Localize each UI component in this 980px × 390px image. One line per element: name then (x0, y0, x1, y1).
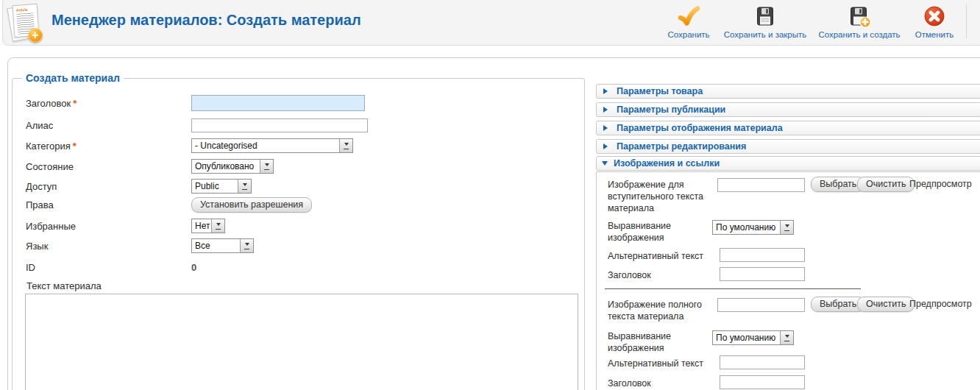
chevron-right-icon (603, 88, 611, 94)
category-select[interactable]: - Uncategorised (191, 138, 353, 153)
article-form-fieldset: Создать материал Заголовок* Алиас Катего… (12, 78, 585, 390)
panel-display-options-label: Параметры отображения материала (617, 123, 783, 133)
article-manager-screen: Article + Менеджер материалов: Создать м… (0, 0, 980, 390)
title-label: Заголовок* (26, 98, 191, 109)
save-button-label: Сохранить (667, 30, 709, 39)
title-input[interactable] (191, 95, 365, 111)
state-select-value: Опубликовано (192, 160, 257, 173)
intro-image-label: Изображение для вступительного текста ма… (608, 179, 720, 214)
help-button[interactable]: Справка (974, 3, 980, 40)
toolbar: Сохранить Сохранить и закрыть (660, 3, 980, 40)
dropdown-arrow-icon (238, 180, 251, 193)
chevron-right-icon (603, 107, 611, 113)
state-row: Состояние Опубликовано (26, 158, 274, 174)
category-label: Категория* (26, 141, 191, 152)
dropdown-arrow-icon (211, 219, 224, 233)
required-asterisk: * (73, 98, 77, 109)
panel-images-links-label: Изображения и ссылки (614, 158, 720, 169)
panel-product-options-label: Параметры товара (617, 86, 703, 96)
panel-display-options[interactable]: Параметры отображения материала (596, 121, 980, 135)
required-asterisk: * (73, 141, 77, 152)
intro-image-clear-button[interactable]: Очистить (857, 177, 915, 192)
featured-row: Избранные Нет (26, 218, 225, 234)
fieldset-legend: Создать материал (22, 72, 124, 84)
save-close-button-label: Сохранить и закрыть (724, 30, 807, 39)
set-permissions-button[interactable]: Установить разрешения (191, 197, 312, 213)
full-align-select-value: По умолчанию (713, 331, 778, 344)
article-text-editor[interactable] (25, 294, 578, 390)
intro-alt-input[interactable] (720, 248, 805, 262)
floppy-disk-plus-icon (848, 4, 871, 28)
full-alt-input[interactable] (720, 355, 805, 369)
floppy-disk-icon (753, 4, 777, 28)
title-row: Заголовок* (26, 95, 365, 111)
chevron-down-icon (602, 161, 608, 169)
page-title: Менеджер материалов: Создать материал (52, 12, 361, 29)
panel-editing-options[interactable]: Параметры редактирования (596, 139, 980, 154)
id-row: ID 0 (26, 259, 196, 275)
state-label: Состояние (26, 161, 191, 172)
chevron-right-icon (603, 125, 611, 131)
save-new-button[interactable]: Сохранить и создать (813, 3, 906, 40)
category-row: Категория* - Uncategorised (26, 138, 353, 154)
dropdown-arrow-icon (780, 221, 793, 234)
id-value: 0 (191, 262, 196, 273)
intro-caption-input[interactable] (720, 267, 805, 281)
images-links-panel-body: Изображение для вступительного текста ма… (596, 171, 980, 390)
full-caption-label: Заголовок (608, 377, 651, 389)
panel-product-options[interactable]: Параметры товара (596, 84, 980, 99)
section-divider (605, 288, 861, 289)
permissions-row: Права Установить разрешения (26, 196, 312, 213)
chevron-right-icon (603, 143, 611, 149)
save-close-button[interactable]: Сохранить и закрыть (719, 3, 812, 40)
full-image-input[interactable] (717, 298, 805, 312)
dropdown-arrow-icon (240, 239, 253, 252)
language-row: Язык Все (26, 238, 254, 254)
article-text-label: Текст материала (26, 280, 102, 291)
language-label: Язык (26, 241, 191, 252)
id-label: ID (26, 262, 191, 273)
state-select[interactable]: Опубликовано (191, 159, 274, 174)
alias-label: Алиас (26, 120, 191, 131)
page-header: Article + Менеджер материалов: Создать м… (2, 0, 980, 46)
category-label-text: Категория (26, 141, 71, 152)
toolbar-separator (966, 4, 967, 38)
intro-align-select[interactable]: По умолчанию (712, 220, 794, 235)
featured-select[interactable]: Нет (191, 219, 225, 233)
checkmark-icon (677, 4, 700, 28)
cancel-button-label: Отменить (915, 30, 954, 39)
category-select-value: - Uncategorised (192, 139, 260, 152)
panel-images-links[interactable]: Изображения и ссылки (596, 156, 980, 171)
language-select[interactable]: Все (191, 238, 254, 253)
featured-select-value: Нет (192, 219, 211, 233)
full-alt-label: Альтернативный текст (608, 358, 703, 369)
save-new-button-label: Сохранить и создать (818, 30, 900, 39)
full-image-clear-button[interactable]: Очистить (857, 297, 915, 312)
plus-badge-icon: + (28, 28, 43, 43)
cancel-button[interactable]: Отменить (907, 3, 962, 40)
language-select-value: Все (192, 239, 213, 252)
article-icon-word: Article (16, 7, 37, 13)
intro-image-input[interactable] (717, 178, 805, 192)
permissions-label: Права (26, 199, 191, 210)
dropdown-arrow-icon (780, 331, 793, 344)
dropdown-arrow-icon (260, 160, 273, 173)
intro-align-label: Выравнивание изображения (608, 220, 700, 244)
save-button[interactable]: Сохранить (660, 3, 717, 40)
panel-editing-options-label: Параметры редактирования (617, 141, 746, 152)
alias-input[interactable] (191, 118, 368, 132)
cancel-circle-icon (923, 4, 946, 28)
full-caption-input[interactable] (720, 375, 805, 389)
alias-row: Алиас (26, 117, 368, 133)
intro-image-preview-label: Предпросмотр (909, 179, 972, 189)
access-row: Доступ Public (26, 178, 252, 194)
panel-publishing-options[interactable]: Параметры публикации (596, 102, 980, 117)
intro-align-select-value: По умолчанию (713, 221, 778, 234)
access-select[interactable]: Public (191, 179, 252, 194)
featured-label: Избранные (26, 221, 191, 232)
access-label: Доступ (26, 181, 191, 192)
access-select-value: Public (192, 180, 222, 193)
full-align-select[interactable]: По умолчанию (712, 330, 794, 345)
full-image-preview-label: Предпросмотр (909, 299, 972, 309)
intro-caption-label: Заголовок (608, 269, 651, 281)
